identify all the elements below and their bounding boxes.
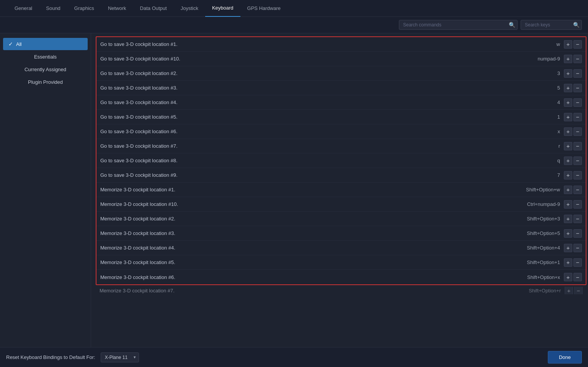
add-key-button[interactable]: +	[564, 157, 572, 165]
add-key-button[interactable]: +	[564, 258, 572, 267]
row-actions: +−	[564, 98, 582, 107]
row-key: r	[506, 143, 560, 149]
row-key: Shift+Option+w	[506, 187, 560, 192]
table-row: Go to save 3-D cockpit location #9.7+−	[96, 168, 586, 183]
remove-key-button[interactable]: −	[573, 98, 582, 107]
row-actions: +−	[564, 55, 582, 63]
search-commands-input[interactable]	[399, 20, 518, 30]
remove-key-button[interactable]: −	[573, 186, 582, 194]
sidebar-item-currently-assigned[interactable]: Currently Assigned	[3, 64, 88, 75]
add-key-button[interactable]: +	[564, 98, 572, 107]
remove-key-button[interactable]: −	[573, 40, 582, 49]
sidebar-item-label: Currently Assigned	[24, 67, 66, 72]
remove-key-button[interactable]: −	[573, 244, 582, 252]
remove-key-button[interactable]: −	[573, 127, 582, 136]
row-command: Go to save 3-D cockpit location #4.	[100, 99, 506, 105]
remove-key-button[interactable]: −	[573, 142, 582, 150]
add-key-button[interactable]: +	[564, 244, 572, 252]
remove-key-button[interactable]: −	[573, 55, 582, 63]
search-commands-icon[interactable]: 🔍	[509, 22, 515, 28]
row-command: Go to save 3-D cockpit location #2.	[100, 70, 506, 76]
nav-item-graphics[interactable]: Graphics	[67, 0, 101, 17]
search-keys-input[interactable]	[521, 20, 582, 30]
nav-item-gps-hardware[interactable]: GPS Hardware	[240, 0, 287, 17]
reset-dropdown-wrap[interactable]: X-Plane 11 X-Plane 12 ▾	[101, 352, 139, 362]
sidebar: ✓AllEssentialsCurrently AssignedPlugin P…	[0, 33, 91, 347]
row-command: Memorize 3-D cockpit location #4.	[100, 245, 506, 251]
row-key: Shift+Option+3	[506, 216, 560, 222]
row-command: Go to save 3-D cockpit location #5.	[100, 114, 506, 120]
sidebar-item-plugin-provided[interactable]: Plugin Provided	[3, 76, 88, 88]
row-command: Memorize 3-D cockpit location #10.	[100, 201, 506, 207]
add-key-button[interactable]: +	[564, 55, 572, 63]
add-key-button[interactable]: +	[564, 113, 572, 121]
remove-key-button[interactable]: −	[573, 229, 582, 238]
done-button[interactable]: Done	[548, 351, 582, 364]
add-key-button[interactable]: +	[564, 142, 572, 150]
row-actions: +−	[564, 258, 582, 267]
add-key-button[interactable]: +	[564, 273, 572, 281]
nav-item-joystick[interactable]: Joystick	[174, 0, 205, 17]
top-navigation: GeneralSoundGraphicsNetworkData OutputJo…	[0, 0, 588, 17]
table-row: Go to save 3-D cockpit location #8.q+−	[96, 153, 586, 168]
content-area: Go to save 3-D cockpit location #1.w+−Go…	[91, 33, 588, 347]
remove-key-button[interactable]: −	[573, 215, 582, 223]
row-actions: +−	[564, 40, 582, 49]
nav-item-data-output[interactable]: Data Output	[133, 0, 174, 17]
search-keys-icon[interactable]: 🔍	[573, 22, 580, 28]
add-key-button[interactable]: +	[564, 200, 572, 209]
row-key: Shift+Option+4	[506, 245, 560, 251]
row-actions: +−	[564, 229, 582, 238]
remove-key-button[interactable]: −	[573, 171, 582, 179]
nav-item-general[interactable]: General	[8, 0, 39, 17]
remove-key-button[interactable]: −	[573, 258, 582, 267]
partial-remove-button[interactable]: −	[574, 287, 583, 294]
nav-item-keyboard[interactable]: Keyboard	[205, 0, 240, 17]
search-bar: 🔍 🔍	[0, 17, 588, 33]
row-key: Shift+Option+x	[506, 274, 560, 280]
row-key: 1	[506, 114, 560, 120]
remove-key-button[interactable]: −	[573, 84, 582, 92]
nav-item-network[interactable]: Network	[101, 0, 133, 17]
add-key-button[interactable]: +	[564, 186, 572, 194]
row-key: 4	[506, 99, 560, 105]
remove-key-button[interactable]: −	[573, 273, 582, 281]
row-actions: +−	[564, 157, 582, 165]
table-row: Go to save 3-D cockpit location #6.x+−	[96, 124, 586, 139]
row-key: q	[506, 158, 560, 163]
add-key-button[interactable]: +	[564, 69, 572, 78]
keys-search-wrap: 🔍	[521, 20, 582, 30]
add-key-button[interactable]: +	[564, 40, 572, 49]
add-key-button[interactable]: +	[564, 127, 572, 136]
main-layout: ✓AllEssentialsCurrently AssignedPlugin P…	[0, 33, 588, 347]
remove-key-button[interactable]: −	[573, 69, 582, 78]
row-key: Ctrl+numpad-9	[506, 201, 560, 207]
sidebar-item-all[interactable]: ✓All	[3, 38, 88, 50]
nav-item-sound[interactable]: Sound	[39, 0, 67, 17]
remove-key-button[interactable]: −	[573, 200, 582, 209]
table-row: Memorize 3-D cockpit location #6.Shift+O…	[96, 270, 586, 284]
partial-add-button[interactable]: +	[565, 287, 573, 294]
remove-key-button[interactable]: −	[573, 113, 582, 121]
row-key: Shift+Option+1	[506, 259, 560, 265]
row-key: 7	[506, 172, 560, 178]
row-command: Go to save 3-D cockpit location #8.	[100, 158, 506, 163]
add-key-button[interactable]: +	[564, 215, 572, 223]
table-row: Memorize 3-D cockpit location #10.Ctrl+n…	[96, 197, 586, 212]
partial-command: Memorize 3-D cockpit location #7.	[100, 288, 507, 294]
partial-actions: + −	[565, 287, 583, 294]
add-key-button[interactable]: +	[564, 171, 572, 179]
add-key-button[interactable]: +	[564, 229, 572, 238]
remove-key-button[interactable]: −	[573, 157, 582, 165]
row-command: Go to save 3-D cockpit location #3.	[100, 85, 506, 91]
row-actions: +−	[564, 69, 582, 78]
table-row: Go to save 3-D cockpit location #5.1+−	[96, 110, 586, 124]
row-actions: +−	[564, 244, 582, 252]
add-key-button[interactable]: +	[564, 84, 572, 92]
row-command: Memorize 3-D cockpit location #3.	[100, 230, 506, 236]
table-row: Go to save 3-D cockpit location #7.r+−	[96, 139, 586, 153]
partial-row: Memorize 3-D cockpit location #7. Shift+…	[96, 287, 586, 294]
row-command: Memorize 3-D cockpit location #2.	[100, 216, 506, 222]
sidebar-item-essentials[interactable]: Essentials	[3, 51, 88, 63]
reset-dropdown[interactable]: X-Plane 11 X-Plane 12	[101, 352, 139, 362]
